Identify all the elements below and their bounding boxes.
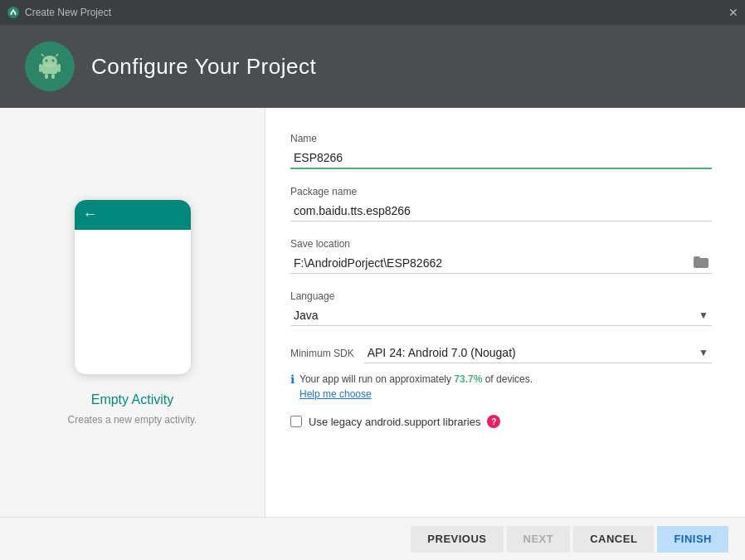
- svg-point-1: [11, 13, 12, 15]
- info-icon: ℹ: [290, 373, 295, 386]
- name-input[interactable]: [290, 148, 712, 169]
- android-studio-logo: [33, 50, 66, 83]
- sdk-select[interactable]: API 24: Android 7.0 (Nougat) API 21: And…: [364, 343, 712, 363]
- save-location-label: Save location: [290, 238, 712, 250]
- title-bar-title: Create New Project: [25, 7, 111, 18]
- package-name-input[interactable]: [290, 201, 712, 222]
- next-button[interactable]: NEXT: [507, 526, 571, 553]
- left-panel: ← Empty Activity Creates a new empty act…: [0, 108, 265, 517]
- svg-rect-8: [45, 74, 48, 79]
- dialog-body: ← Empty Activity Creates a new empty act…: [0, 108, 745, 517]
- language-select[interactable]: Java Kotlin: [290, 305, 712, 325]
- coverage-percentage: 73.7%: [454, 373, 482, 385]
- back-arrow-icon: ←: [83, 206, 98, 223]
- svg-point-0: [7, 7, 19, 18]
- activity-label: Empty Activity: [91, 392, 174, 407]
- cancel-button[interactable]: CANCEL: [573, 526, 654, 553]
- phone-top-bar: ←: [75, 200, 191, 230]
- save-location-wrapper: [290, 253, 712, 274]
- save-location-field-group: Save location: [290, 238, 712, 274]
- svg-point-11: [52, 60, 55, 62]
- header-logo: [25, 41, 75, 91]
- info-text-after: of devices.: [482, 373, 533, 385]
- name-label: Name: [290, 133, 712, 144]
- language-label: Language: [290, 290, 712, 302]
- package-name-label: Package name: [290, 186, 712, 197]
- activity-description: Creates a new empty activity.: [68, 414, 197, 426]
- help-me-choose-link[interactable]: Help me choose: [299, 388, 372, 400]
- name-field-group: Name: [290, 133, 712, 169]
- legacy-libraries-label: Use legacy android.support libraries: [309, 416, 480, 428]
- svg-rect-7: [57, 64, 61, 72]
- title-bar-left: Create New Project: [7, 6, 111, 19]
- sdk-row: Minimum SDK API 24: Android 7.0 (Nougat)…: [290, 343, 712, 363]
- app-icon: [7, 6, 20, 19]
- sdk-select-wrapper: API 24: Android 7.0 (Nougat) API 21: And…: [364, 343, 712, 363]
- info-text-before: Your app will run on approximately: [299, 373, 454, 385]
- save-location-input[interactable]: [290, 253, 690, 273]
- dialog-footer: PREVIOUS NEXT CANCEL FINISH: [0, 517, 745, 560]
- package-name-field-group: Package name: [290, 186, 712, 222]
- previous-button[interactable]: PREVIOUS: [411, 526, 503, 553]
- browse-folder-button[interactable]: [690, 253, 712, 273]
- dialog-header: Configure Your Project: [0, 25, 745, 108]
- title-bar: Create New Project ✕: [0, 0, 745, 25]
- svg-point-10: [46, 60, 48, 62]
- phone-mockup: ←: [75, 200, 191, 374]
- info-text: Your app will run on approximately 73.7%…: [299, 372, 533, 402]
- phone-content: [75, 230, 191, 374]
- sdk-label: Minimum SDK: [290, 348, 354, 359]
- svg-point-2: [15, 13, 17, 15]
- svg-rect-5: [42, 64, 57, 74]
- language-select-wrapper: Java Kotlin ▼: [290, 305, 712, 326]
- right-panel: Name Package name Save location: [265, 108, 745, 517]
- svg-rect-9: [51, 74, 55, 79]
- close-button[interactable]: ✕: [728, 7, 738, 18]
- legacy-libraries-row: Use legacy android.support libraries ?: [290, 415, 712, 428]
- finish-button[interactable]: FINISH: [657, 526, 728, 553]
- svg-rect-6: [39, 64, 42, 72]
- legacy-libraries-checkbox[interactable]: [290, 416, 302, 427]
- svg-rect-15: [694, 256, 700, 260]
- device-coverage-info: ℹ Your app will run on approximately 73.…: [290, 372, 712, 402]
- dialog-title: Configure Your Project: [91, 54, 316, 80]
- language-field-group: Language Java Kotlin ▼: [290, 290, 712, 326]
- legacy-libraries-help-icon[interactable]: ?: [487, 415, 500, 428]
